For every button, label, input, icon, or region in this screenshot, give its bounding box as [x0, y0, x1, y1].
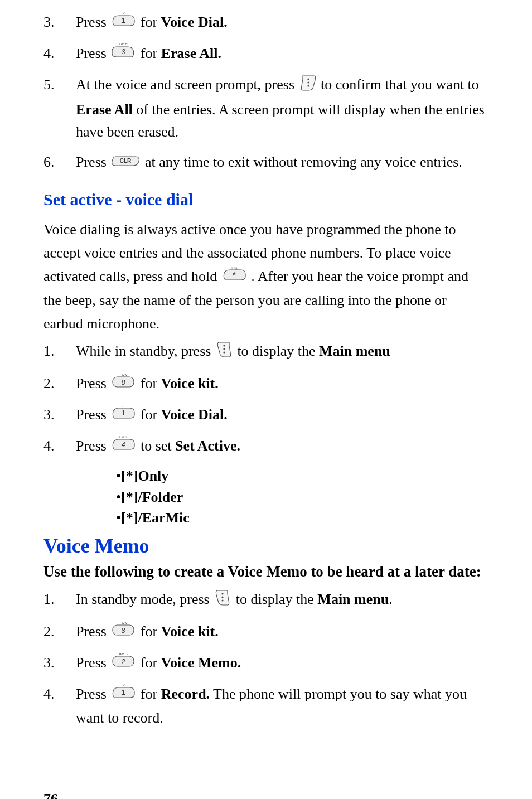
step-tail: of the entries. A screen prompt will dis…	[76, 101, 485, 140]
step-bold: Erase All	[76, 101, 133, 118]
step-bold: Set Active.	[175, 438, 240, 454]
step: 1. In standby mode, press to display the…	[43, 588, 489, 613]
step-body: Press for Record. The phone will prompt …	[76, 683, 489, 729]
step: 3. Press for Voice Memo.	[43, 652, 489, 675]
step-text: to set	[141, 438, 175, 454]
step-number: 4.	[43, 42, 76, 65]
step-text: for	[141, 686, 161, 702]
step-text: Press	[76, 655, 107, 671]
step: 3. Press for Voice Dial.	[43, 11, 489, 35]
step-body: In standby mode, press to display the Ma…	[76, 588, 489, 613]
step-text: Press	[76, 45, 107, 61]
step-body: Press for Voice kit.	[76, 621, 489, 644]
step-bold: Voice kit.	[161, 623, 219, 640]
key-1-icon	[111, 684, 136, 706]
step: 2. Press for Voice kit.	[43, 621, 489, 644]
step-bold: Voice Dial.	[161, 14, 228, 30]
bullet-item: •[*]/EarMic	[116, 508, 489, 527]
key-2-abc-icon	[111, 653, 136, 675]
key-clr-icon	[111, 152, 140, 175]
bullet-item: •[*]/Folder	[116, 487, 489, 507]
step-text: Press	[76, 438, 107, 454]
step-text: to display the	[236, 591, 318, 607]
key-star-icon	[222, 266, 246, 289]
key-1-icon	[111, 405, 136, 427]
step-text: In standby mode, press	[76, 591, 213, 607]
step-number: 5.	[43, 74, 76, 96]
step-text: for	[141, 45, 161, 61]
step-number: 3.	[43, 652, 76, 674]
step-text: for	[141, 406, 161, 423]
soft-key-icon	[299, 74, 316, 98]
step-text: to display the	[237, 343, 319, 359]
step-number: 2.	[43, 372, 76, 395]
step-text: for	[141, 14, 161, 30]
step: 4. Press to set Set Active.	[43, 435, 489, 458]
step-body: Press to set Set Active.	[76, 435, 489, 458]
step-text: While in standby, press	[76, 343, 215, 359]
step-body: Press for Voice Memo.	[76, 652, 489, 675]
key-4-ghi-icon	[111, 436, 136, 458]
step-body: Press for Voice Dial.	[76, 404, 489, 427]
step-bold: Main menu	[319, 343, 390, 359]
step-body: Press for Erase All.	[76, 42, 489, 66]
step-bold: Record.	[161, 686, 210, 702]
soft-key-icon	[216, 340, 233, 365]
step-text: Press	[76, 623, 107, 640]
step: 6. Press at any time to exit without rem…	[43, 151, 489, 175]
step-number: 3.	[43, 11, 76, 33]
step-text: at any time to exit without removing any…	[145, 154, 462, 170]
step-number: 3.	[43, 404, 76, 426]
step-number: 4.	[43, 683, 76, 705]
step-number: 1.	[43, 340, 76, 362]
step: 5. At the voice and screen prompt, press…	[43, 74, 489, 143]
page-number: 76	[43, 791, 489, 799]
step-bold: Voice kit.	[161, 375, 219, 391]
step: 2. Press for Voice kit.	[43, 372, 489, 396]
soft-key-icon	[214, 588, 231, 613]
step-text: for	[141, 655, 161, 671]
step: 3. Press for Voice Dial.	[43, 404, 489, 427]
step-text: Press	[76, 154, 110, 170]
step-tail: .	[389, 591, 393, 607]
step-text: for	[141, 375, 161, 391]
section-heading-set-active: Set active - voice dial	[43, 190, 489, 209]
step-number: 6.	[43, 151, 76, 173]
step: 1. While in standby, press to display th…	[43, 340, 489, 365]
step-bold: Voice Memo.	[161, 655, 241, 671]
subheading: Use the following to create a Voice Memo…	[43, 563, 489, 580]
step-bold: Main menu	[317, 591, 389, 607]
step-body: Press for Voice Dial.	[76, 11, 489, 35]
step-body: At the voice and screen prompt, press to…	[76, 74, 489, 143]
step: 4. Press for Erase All.	[43, 42, 489, 66]
step-number: 1.	[43, 588, 76, 611]
page-content: 3. Press for Voice Dial. 4. Press for Er…	[0, 0, 532, 799]
bullet-list: •[*]Only •[*]/Folder •[*]/EarMic	[116, 466, 489, 527]
key-3-def-icon	[111, 43, 136, 66]
step-body: Press at any time to exit without removi…	[76, 151, 489, 175]
step-text: Press	[76, 686, 107, 702]
step-bold: Voice Dial.	[161, 406, 228, 423]
step-body: Press for Voice kit.	[76, 372, 489, 396]
paragraph: Voice dialing is always active once you …	[43, 218, 489, 335]
key-8-tuv-icon	[111, 374, 136, 396]
step-bold: Erase All.	[161, 45, 221, 61]
step: 4. Press for Record. The phone will prom…	[43, 683, 489, 729]
step-number: 2.	[43, 621, 76, 643]
step-body: While in standby, press to display the M…	[76, 340, 489, 365]
section-heading-voice-memo: Voice Memo	[43, 534, 489, 558]
step-text: Press	[76, 14, 107, 30]
step-text: Press	[76, 406, 107, 423]
key-8-tuv-icon	[111, 622, 136, 644]
bullet-item: •[*]Only	[116, 466, 489, 486]
step-text: to confirm that you want to	[321, 76, 479, 93]
step-text: for	[141, 623, 161, 640]
step-text: At the voice and screen prompt, press	[76, 76, 298, 93]
step-text: Press	[76, 375, 107, 391]
step-number: 4.	[43, 435, 76, 457]
key-1-icon	[111, 12, 136, 35]
